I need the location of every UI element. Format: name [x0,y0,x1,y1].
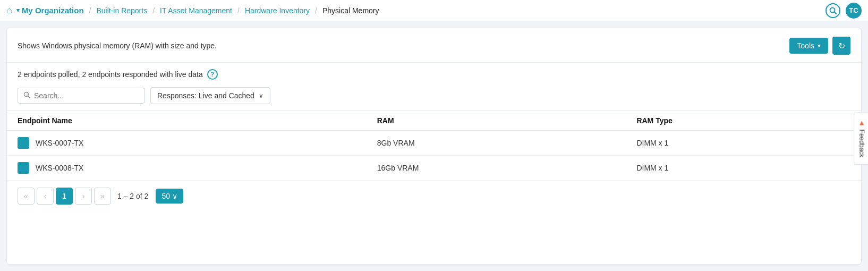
table-cell-endpoint-name: WKS-0008-TX [7,156,367,181]
search-box [18,88,145,104]
next-page-button[interactable]: › [75,188,92,205]
endpoint-name-value: WKS-0007-TX [36,139,83,147]
last-page-button[interactable]: » [94,188,111,205]
breadcrumb-current: Physical Memory [322,6,379,15]
per-page-dropdown[interactable]: 50 ∨ [156,189,183,204]
endpoints-info-text: 2 endpoints polled, 2 endpoints responde… [18,70,203,79]
svg-line-1 [835,12,837,14]
page-range-info: 1 – 2 of 2 [117,192,148,200]
refresh-icon: ↻ [838,41,845,51]
response-filter-dropdown[interactable]: Responses: Live and Cached ∨ [150,87,270,104]
topnav-right: TC [826,3,862,19]
table-cell-ram-type: DIMM x 1 [626,131,861,156]
breadcrumb-it-asset-management[interactable]: IT Asset Management [160,6,232,15]
search-box-icon [23,91,30,100]
home-icon[interactable]: ⌂ [6,5,12,16]
endpoint-status-icon [18,137,29,149]
breadcrumb-sep-3: / [237,6,240,15]
table-cell-endpoint-name: WKS-0007-TX [7,131,367,156]
first-page-button[interactable]: « [18,188,35,205]
table-row[interactable]: WKS-0008-TX 16Gb VRAMDIMM x 1 [7,156,861,181]
refresh-button[interactable]: ↻ [832,37,850,55]
svg-line-3 [28,96,30,98]
per-page-label: 50 [161,192,170,200]
org-selector[interactable]: ▾ My Organization [16,6,84,15]
feedback-label: Feedback [858,130,866,158]
description-bar: Shows Windows physical memory (RAM) with… [7,28,861,63]
breadcrumb-hardware-inventory[interactable]: Hardware Inventory [245,6,310,15]
response-filter-label: Responses: Live and Cached [157,91,254,100]
col-header-endpoint-name: Endpoint Name [7,111,367,131]
topnav: ⌂ ▾ My Organization / Built-in Reports /… [0,0,868,21]
main-content-card: Shows Windows physical memory (RAM) with… [6,28,862,265]
breadcrumb-sep-2: / [152,6,155,15]
data-table: Endpoint Name RAM RAM Type WKS-0007-TX 8… [7,111,861,181]
description-actions: Tools ▾ ↻ [789,37,850,55]
feedback-tab[interactable]: ▲ Feedback [854,112,868,165]
tools-chevron-icon: ▾ [818,43,821,49]
col-header-ram-type: RAM Type [626,111,861,131]
breadcrumb-sep-1: / [89,6,91,15]
help-icon[interactable]: ? [207,69,218,80]
table-row[interactable]: WKS-0007-TX 8Gb VRAMDIMM x 1 [7,131,861,156]
response-filter-chevron-icon: ∨ [259,92,263,99]
feedback-warning-icon: ▲ [858,118,866,127]
global-search-button[interactable] [826,3,840,18]
prev-page-button[interactable]: ‹ [37,188,54,205]
search-input[interactable] [34,91,139,100]
search-icon [829,7,837,14]
org-label: My Organization [22,6,84,15]
endpoint-status-icon [18,162,29,174]
pagination-bar: « ‹ 1 › » 1 – 2 of 2 50 ∨ [7,181,861,211]
table-cell-ram: 8Gb VRAM [367,131,626,156]
table-cell-ram-type: DIMM x 1 [626,156,861,181]
table-cell-ram: 16Gb VRAM [367,156,626,181]
user-avatar[interactable]: TC [846,3,862,19]
page-1-button[interactable]: 1 [56,188,73,205]
tools-label: Tools [797,41,814,50]
breadcrumb-sep-4: / [315,6,317,15]
tools-button[interactable]: Tools ▾ [789,38,828,54]
endpoints-info-bar: 2 endpoints polled, 2 endpoints responde… [7,63,861,84]
page-description: Shows Windows physical memory (RAM) with… [18,41,217,50]
filter-bar: Responses: Live and Cached ∨ [7,84,861,111]
col-header-ram: RAM [367,111,626,131]
org-chevron-icon: ▾ [16,7,20,14]
breadcrumb-built-in-reports[interactable]: Built-in Reports [96,6,147,15]
table-header-row: Endpoint Name RAM RAM Type [7,111,861,131]
endpoint-name-value: WKS-0008-TX [36,164,83,172]
per-page-chevron-icon: ∨ [172,192,177,200]
